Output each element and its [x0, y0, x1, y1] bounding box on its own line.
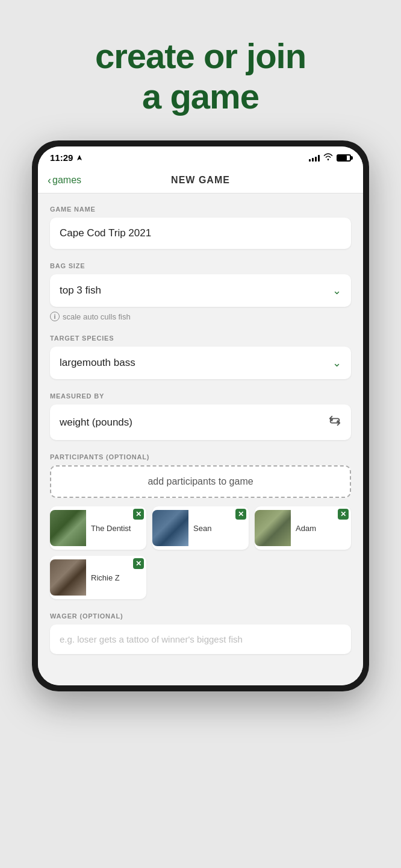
bag-size-label: BAG SIZE: [50, 262, 351, 269]
back-button[interactable]: ‹ games: [48, 174, 81, 187]
measured-by-section: MEASURED BY weight (pounds): [50, 392, 351, 440]
remove-richie-button[interactable]: ✕: [133, 558, 144, 569]
nav-bar: ‹ games NEW GAME: [38, 168, 363, 193]
measured-by-select[interactable]: weight (pounds): [50, 404, 351, 440]
wager-input[interactable]: e.g. loser gets a tattoo of winner's big…: [50, 624, 351, 654]
phone-mockup: 11:29: [32, 140, 369, 691]
game-name-input[interactable]: Cape Cod Trip 2021: [50, 218, 351, 249]
participant-card-dentist: The Dentist ✕: [50, 506, 146, 550]
target-species-section: TARGET SPECIES largemouth bass ⌄: [50, 335, 351, 379]
participants-label: PARTICIPANTS (optional): [50, 453, 351, 461]
bag-size-select[interactable]: top 3 fish ⌄: [50, 274, 351, 307]
status-bar: 11:29: [38, 146, 363, 168]
game-name-section: GAME NAME Cape Cod Trip 2021: [50, 206, 351, 249]
wager-label: WAGER (optional): [50, 612, 351, 620]
participant-photo-richie: [50, 559, 86, 596]
target-species-value: largemouth bass: [60, 357, 135, 369]
add-participants-button[interactable]: add participants to game: [50, 465, 351, 498]
participant-card-richie: Richie Z ✕: [50, 556, 146, 599]
measured-by-value: weight (pounds): [60, 417, 132, 429]
bag-size-value: top 3 fish: [60, 285, 101, 297]
participant-name-adam: Adam: [296, 524, 346, 533]
hero-section: create or join a game: [0, 0, 401, 140]
status-time: 11:29: [50, 153, 83, 163]
swap-icon: [328, 414, 341, 430]
participant-card-adam: Adam ✕: [255, 506, 351, 550]
participant-card-sean: Sean ✕: [152, 506, 249, 550]
participant-name-richie: Richie Z: [91, 573, 141, 582]
participant-photo-sean: [152, 510, 188, 546]
participant-name-sean: Sean: [193, 524, 244, 533]
form-content: GAME NAME Cape Cod Trip 2021 BAG SIZE to…: [38, 193, 363, 685]
chevron-down-icon: ⌄: [332, 356, 341, 370]
wifi-icon: [323, 153, 333, 162]
participant-photo-adam: [255, 510, 291, 546]
location-icon: [76, 154, 83, 162]
remove-adam-button[interactable]: ✕: [338, 509, 349, 520]
back-chevron-icon: ‹: [48, 174, 51, 187]
back-label: games: [52, 175, 81, 186]
bag-size-hint: i scale auto culls fish: [50, 312, 351, 321]
signal-icon: [309, 154, 320, 162]
game-name-label: GAME NAME: [50, 206, 351, 213]
participants-section: PARTICIPANTS (optional) add participants…: [50, 453, 351, 599]
target-species-select[interactable]: largemouth bass ⌄: [50, 347, 351, 379]
measured-by-label: MEASURED BY: [50, 392, 351, 400]
bag-size-section: BAG SIZE top 3 fish ⌄ i scale auto culls…: [50, 262, 351, 321]
wager-section: WAGER (optional) e.g. loser gets a tatto…: [50, 612, 351, 654]
hero-title: create or join a game: [24, 36, 377, 116]
info-icon: i: [50, 312, 60, 321]
remove-dentist-button[interactable]: ✕: [133, 509, 144, 520]
participant-name-dentist: The Dentist: [91, 524, 141, 533]
participant-photo-dentist: [50, 510, 86, 546]
chevron-down-icon: ⌄: [332, 284, 341, 297]
status-icons: [309, 153, 351, 162]
participants-grid: The Dentist ✕ Sean ✕ Adam ✕: [50, 506, 351, 599]
battery-icon: [337, 154, 351, 162]
target-species-label: TARGET SPECIES: [50, 335, 351, 342]
page-title: NEW GAME: [171, 175, 230, 186]
remove-sean-button[interactable]: ✕: [235, 509, 246, 520]
